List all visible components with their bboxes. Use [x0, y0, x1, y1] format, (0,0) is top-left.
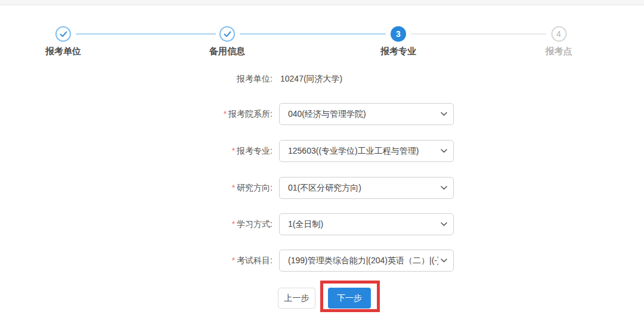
exam-subjects-select[interactable]: (199)管理类综合能力|(204)英语（二）|(-)... — [279, 250, 454, 272]
department-select-value: 040(经济与管理学院) — [288, 109, 438, 120]
step-label-unit: 报考单位 — [45, 46, 81, 57]
chevron-down-icon — [441, 149, 447, 153]
stepper-step-major: 3 报考专业 — [380, 26, 416, 57]
stepper-step-backup-info: 备用信息 — [209, 26, 245, 57]
step-label-major: 报考专业 — [380, 46, 416, 57]
major-select-value: 125603((专业学位)工业工程与管理) — [288, 146, 438, 157]
department-label: *报考院系所: — [161, 103, 273, 125]
chevron-down-icon — [441, 186, 447, 190]
chevron-down-icon — [441, 259, 447, 263]
department-select[interactable]: 040(经济与管理学院) — [279, 103, 454, 125]
exam-subjects-label: *考试科目: — [161, 250, 273, 272]
unit-value: 10247(同济大学) — [280, 74, 342, 85]
required-marker: * — [232, 256, 235, 265]
chevron-down-icon — [441, 222, 447, 226]
study-mode-select-value: 1(全日制) — [288, 219, 438, 230]
research-direction-select-value: 01(不区分研究方向) — [288, 183, 438, 194]
major-label: *报考专业: — [161, 140, 273, 162]
stepper-connector-1-2 — [76, 33, 216, 35]
required-marker: * — [232, 219, 235, 229]
stepper-connector-2-3 — [240, 33, 386, 35]
study-mode-label: *学习方式: — [161, 213, 273, 235]
chevron-down-icon — [441, 112, 447, 116]
study-mode-select[interactable]: 1(全日制) — [279, 213, 454, 235]
research-direction-label: *研究方向: — [161, 177, 273, 199]
next-step-button[interactable]: 下一步 — [328, 288, 371, 309]
unit-label: 报考单位: — [161, 74, 273, 85]
previous-step-button[interactable]: 上一步 — [278, 288, 315, 309]
step-label-exam-site: 报考点 — [546, 46, 572, 57]
required-marker: * — [232, 146, 235, 155]
registration-wizard-page: 报考单位 备用信息 3 报考专业 4 报考点 报考单位: 10247(同济大学)… — [0, 0, 644, 327]
step-number-badge: 4 — [551, 26, 566, 42]
major-select[interactable]: 125603((专业学位)工业工程与管理) — [279, 140, 454, 162]
exam-subjects-select-value: (199)管理类综合能力|(204)英语（二）|(-)... — [288, 256, 438, 266]
step-number-badge: 3 — [391, 26, 406, 42]
stepper-step-unit: 报考单位 — [45, 26, 81, 57]
step-label-backup-info: 备用信息 — [209, 46, 245, 57]
required-marker: * — [224, 109, 227, 119]
stepper-connector-3-4 — [411, 33, 546, 35]
required-marker: * — [232, 183, 235, 192]
research-direction-select[interactable]: 01(不区分研究方向) — [279, 177, 454, 199]
top-divider — [0, 0, 644, 5]
stepper-step-exam-site: 4 报考点 — [546, 26, 572, 57]
check-icon — [55, 26, 71, 42]
check-icon — [219, 26, 235, 42]
